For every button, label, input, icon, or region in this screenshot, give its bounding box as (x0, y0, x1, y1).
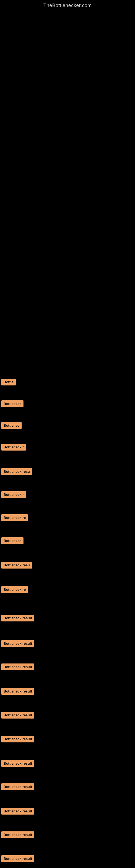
result-row-13[interactable]: Bottleneck result (0, 662, 135, 672)
bottleneck-tag-13: Bottleneck result (1, 663, 34, 670)
bottleneck-tag-21: Bottleneck result (1, 855, 34, 862)
bottleneck-tag-18: Bottleneck result (1, 783, 34, 790)
bottleneck-tag-4: Bottleneck r (1, 444, 26, 451)
bottleneck-tag-3: Bottlenec (1, 422, 21, 429)
bottleneck-tag-8: Bottleneck (1, 537, 24, 544)
result-row-10[interactable]: Bottleneck re (0, 585, 135, 595)
bottleneck-tag-11: Bottleneck result (1, 615, 34, 621)
result-row-17[interactable]: Bottleneck result (0, 758, 135, 769)
result-row-11[interactable]: Bottleneck result (0, 613, 135, 623)
bottleneck-tag-19: Bottleneck result (1, 808, 34, 814)
bottleneck-tag-15: Bottleneck result (1, 712, 34, 718)
site-title: TheBottlenecker.com (0, 0, 135, 10)
result-row-19[interactable]: Bottleneck result (0, 806, 135, 816)
bottleneck-tag-10: Bottleneck re (1, 586, 28, 593)
result-row-8[interactable]: Bottleneck (0, 536, 135, 546)
result-row-12[interactable]: Bottleneck result (0, 639, 135, 649)
bottleneck-tag-6: Bottleneck r (1, 491, 26, 498)
result-row-16[interactable]: Bottleneck result (0, 734, 135, 744)
result-row-4[interactable]: Bottleneck r (0, 442, 135, 452)
bottleneck-tag-2: Bottleneck (1, 400, 24, 407)
result-row-5[interactable]: Bottleneck resu (0, 467, 135, 476)
bottleneck-tag-20: Bottleneck result (1, 831, 34, 838)
result-row-15[interactable]: Bottleneck result (0, 710, 135, 720)
result-row-3[interactable]: Bottlenec (0, 421, 135, 431)
result-row-20[interactable]: Bottleneck result (0, 830, 135, 840)
bottleneck-tag-16: Bottleneck result (1, 736, 34, 742)
result-row-2[interactable]: Bottleneck (0, 399, 135, 409)
result-row-6[interactable]: Bottleneck r (0, 490, 135, 500)
bottleneck-tag-1: Bottle (1, 379, 16, 385)
result-row-21[interactable]: Bottleneck result (0, 854, 135, 864)
bottleneck-tag-5: Bottleneck resu (1, 468, 32, 475)
result-row-1[interactable]: Bottle (0, 377, 135, 387)
result-row-9[interactable]: Bottleneck resu (0, 560, 135, 570)
result-row-18[interactable]: Bottleneck result (0, 782, 135, 792)
bottleneck-tag-17: Bottleneck result (1, 760, 34, 767)
bottleneck-tag-14: Bottleneck result (1, 688, 34, 695)
page-container: TheBottlenecker.com (0, 0, 135, 10)
bottleneck-tag-9: Bottleneck resu (1, 562, 32, 568)
bottleneck-tag-12: Bottleneck result (1, 640, 34, 647)
result-row-7[interactable]: Bottleneck re (0, 513, 135, 523)
bottleneck-tag-7: Bottleneck re (1, 514, 28, 521)
result-row-14[interactable]: Bottleneck result (0, 686, 135, 696)
